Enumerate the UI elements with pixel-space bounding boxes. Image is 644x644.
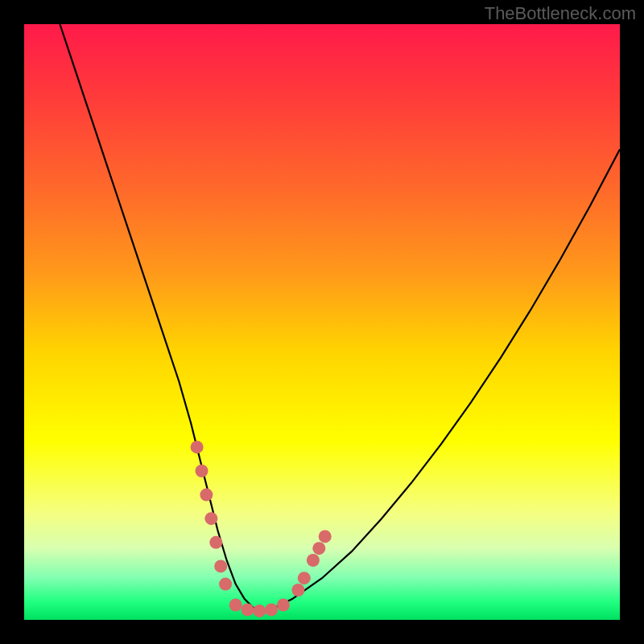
highlight-dot xyxy=(242,603,254,616)
highlight-dot xyxy=(191,440,204,453)
highlight-dot xyxy=(209,536,222,549)
highlight-dot xyxy=(196,464,208,477)
highlight-dot xyxy=(204,512,217,525)
highlight-dot xyxy=(200,489,213,502)
highlight-dot xyxy=(291,584,304,597)
highlight-dot xyxy=(219,578,232,591)
highlight-dot xyxy=(307,554,320,567)
highlight-dot xyxy=(265,603,278,616)
highlight-dots xyxy=(24,24,620,620)
highlight-dot xyxy=(253,605,266,617)
watermark-text: TheBottleneck.com xyxy=(485,3,636,24)
highlight-dot xyxy=(312,542,325,555)
highlight-dot xyxy=(229,599,242,612)
highlight-dot xyxy=(298,572,311,584)
highlight-dot xyxy=(277,599,290,612)
highlight-dot xyxy=(319,530,332,543)
highlight-dot xyxy=(214,559,227,572)
